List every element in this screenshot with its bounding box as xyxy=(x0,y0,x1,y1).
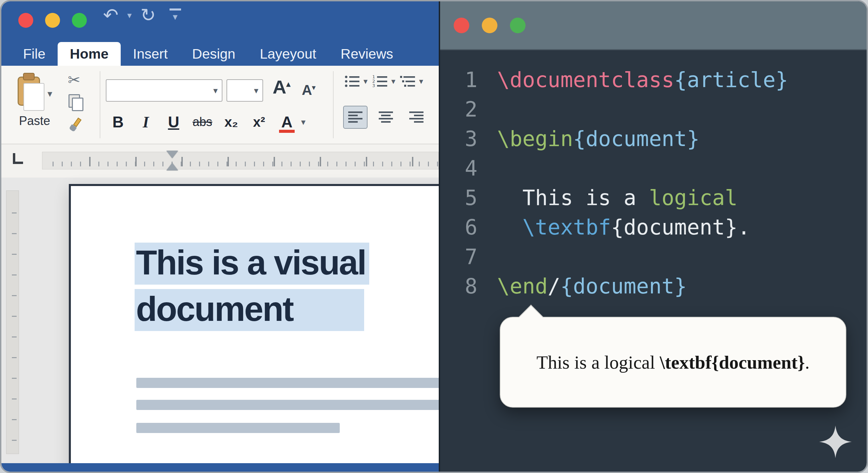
document-page[interactable]: This is a visual document xyxy=(69,184,466,469)
line-number: 2 xyxy=(440,95,477,124)
clipboard-icon xyxy=(18,77,40,106)
customize-toolbar-caret: ▾ xyxy=(173,11,178,22)
italic-button[interactable]: I xyxy=(137,109,155,135)
minimize-button[interactable] xyxy=(45,13,60,28)
document-heading[interactable]: This is a visual document xyxy=(135,240,369,332)
font-name-caret-icon: ▾ xyxy=(213,85,218,96)
code-text: \begin{document} xyxy=(497,124,699,153)
ribbon: ▾ Paste ✂ ▾ ▾ A▴ A▾ xyxy=(1,66,439,144)
bullet-list-icon[interactable] xyxy=(344,75,360,88)
code-window: 1\documentclass{article}23\begin{documen… xyxy=(439,1,868,473)
list-buttons-row: ▾ 123 ▾ ▾ xyxy=(344,75,425,88)
align-right-button[interactable] xyxy=(404,106,429,129)
code-text: \documentclass{article} xyxy=(497,65,788,95)
word-titlebar: ↶ ▾ ↻ ▾ FileHomeInsertDesignLayeyoutRevi… xyxy=(1,1,439,66)
customize-toolbar-icon[interactable]: ▾ xyxy=(170,8,181,22)
redo-icon[interactable]: ↻ xyxy=(140,6,156,24)
tab-reviews[interactable]: Reviews xyxy=(329,42,406,66)
line-number: 4 xyxy=(440,153,477,183)
underline-button[interactable]: U xyxy=(165,109,182,135)
placeholder-text-line xyxy=(136,423,340,433)
paste-label: Paste xyxy=(7,114,62,128)
tooltip-text-bold: \textbf{document} xyxy=(660,352,805,373)
line-number: 5 xyxy=(440,183,477,212)
maximize-button[interactable] xyxy=(510,18,526,33)
quick-access-toolbar: ↶ ▾ ↻ ▾ xyxy=(103,6,181,24)
heading-line-1: This is a visual xyxy=(135,243,369,285)
tab-layeyout[interactable]: Layeyout xyxy=(248,42,328,66)
font-size-select[interactable]: ▾ xyxy=(226,79,263,102)
undo-icon[interactable]: ↶ xyxy=(103,6,118,24)
grow-font-button[interactable]: A▴ xyxy=(273,76,291,98)
code-line[interactable]: 5 This is a logical xyxy=(440,183,868,212)
tab-file[interactable]: File xyxy=(11,42,58,66)
tab-bar: FileHomeInsertDesignLayeyoutReviews xyxy=(11,42,406,66)
font-size-caret-icon: ▾ xyxy=(254,85,258,96)
tab-insert[interactable]: Insert xyxy=(121,42,180,66)
close-button[interactable] xyxy=(454,18,469,33)
code-line[interactable]: 2 xyxy=(440,95,868,124)
code-line[interactable]: 4 xyxy=(440,153,868,183)
code-line[interactable]: 7 xyxy=(440,242,868,271)
grow-font-caret-icon: ▴ xyxy=(286,79,290,88)
cut-icon[interactable]: ✂ xyxy=(68,71,80,88)
line-number: 6 xyxy=(440,212,477,242)
code-line[interactable]: 6 \textbf{document}. xyxy=(440,212,868,242)
numbered-list-icon[interactable]: 123 xyxy=(372,75,388,88)
paste-button[interactable]: ▾ Paste xyxy=(7,68,62,142)
bullet-list-caret-icon[interactable]: ▾ xyxy=(363,77,368,86)
render-preview-tooltip: This is a logical \textbf{document}. xyxy=(500,317,846,408)
bold-button[interactable]: B xyxy=(109,109,127,135)
paste-caret-icon[interactable]: ▾ xyxy=(47,88,52,99)
strikethrough-button[interactable]: abs xyxy=(193,109,212,135)
numbered-list-caret-icon[interactable]: ▾ xyxy=(391,77,395,86)
clipboard-group: ✂ xyxy=(62,66,92,144)
align-left-button[interactable] xyxy=(343,106,368,129)
close-button[interactable] xyxy=(18,13,33,28)
copy-icon[interactable] xyxy=(68,94,82,110)
document-area: This is a visual document xyxy=(1,178,439,473)
align-center-button[interactable] xyxy=(374,106,398,129)
maximize-button[interactable] xyxy=(72,13,87,28)
multilevel-list-icon[interactable] xyxy=(400,75,416,88)
minimize-button[interactable] xyxy=(482,18,497,33)
font-color-label: A xyxy=(281,113,292,131)
grow-font-label: A xyxy=(273,76,286,98)
line-number: 7 xyxy=(440,242,477,271)
multilevel-list-caret-icon[interactable]: ▾ xyxy=(419,77,423,86)
undo-caret-icon[interactable]: ▾ xyxy=(127,10,132,20)
alignment-buttons-row xyxy=(343,106,429,129)
code-line[interactable]: 8\end/{document} xyxy=(440,271,868,301)
tab-design[interactable]: Design xyxy=(180,42,248,66)
code-text: This is a logical xyxy=(497,183,737,212)
shrink-font-button[interactable]: A▾ xyxy=(302,82,315,98)
font-name-select[interactable]: ▾ xyxy=(106,79,222,102)
code-editor[interactable]: 1\documentclass{article}23\begin{documen… xyxy=(440,50,868,473)
hanging-indent-marker[interactable] xyxy=(166,163,178,170)
code-line[interactable]: 3\begin{document} xyxy=(440,124,868,153)
shrink-font-label: A xyxy=(302,82,312,98)
tab-home[interactable]: Home xyxy=(58,42,121,66)
font-color-button[interactable]: A xyxy=(278,109,296,135)
sparkle-icon[interactable] xyxy=(819,426,852,458)
vertical-ruler[interactable] xyxy=(6,190,19,454)
font-color-caret-icon[interactable]: ▾ xyxy=(301,117,305,127)
code-line[interactable]: 1\documentclass{article} xyxy=(440,65,868,95)
word-window: ↶ ▾ ↻ ▾ FileHomeInsertDesignLayeyoutRevi… xyxy=(1,1,439,473)
code-text: \end/{document} xyxy=(497,271,687,301)
superscript-button[interactable]: x² xyxy=(250,109,268,135)
code-lines: 1\documentclass{article}23\begin{documen… xyxy=(440,65,868,301)
line-number: 3 xyxy=(440,124,477,153)
heading-line-2: document xyxy=(135,289,364,331)
placeholder-text-line xyxy=(136,400,455,410)
first-line-indent-marker[interactable] xyxy=(166,151,178,158)
group-divider xyxy=(100,71,100,138)
format-painter-icon[interactable] xyxy=(69,118,83,133)
horizontal-ruler[interactable] xyxy=(42,152,439,169)
shrink-font-caret-icon: ▾ xyxy=(312,84,315,91)
line-number: 8 xyxy=(440,271,477,301)
tooltip-text: This is a logical \textbf{document}. xyxy=(536,352,810,373)
font-color-bar xyxy=(279,130,295,133)
tab-stop-selector[interactable] xyxy=(13,153,23,164)
subscript-button[interactable]: x₂ xyxy=(222,109,240,135)
